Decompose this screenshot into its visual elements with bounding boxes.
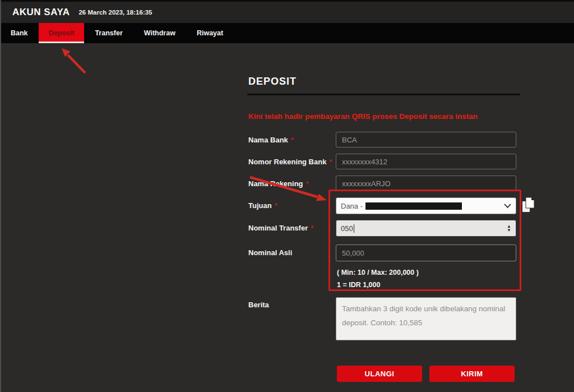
spinner-down-icon[interactable]: ▼ [507, 228, 511, 232]
nomor-rekening-input[interactable] [336, 154, 516, 169]
nama-bank-label-text: Nama Bank [248, 136, 288, 144]
nama-rekening-input[interactable] [336, 176, 516, 191]
required-asterisk: * [311, 224, 313, 232]
nominal-asli-label: Nominal Asli [248, 248, 292, 257]
tujuan-selected-value: Dana - [341, 202, 363, 210]
berita-label: Berita [248, 301, 269, 309]
required-asterisk: * [275, 201, 277, 210]
tab-riwayat[interactable]: Riwayat [186, 23, 234, 43]
text-cursor [354, 224, 355, 233]
qris-notice: Kini telah hadir pembayaran QRIS proses … [248, 112, 478, 121]
tab-withdraw[interactable]: Withdraw [133, 23, 186, 43]
redaction-bar [365, 202, 462, 210]
required-asterisk: * [306, 179, 309, 188]
required-asterisk: * [329, 158, 332, 166]
berita-label-text: Berita [248, 301, 269, 309]
header-bar: AKUN SAYA 26 March 2023, 18:16:35 [0, 2, 574, 23]
nominal-transfer-input[interactable]: 050 ▲ ▼ [336, 220, 516, 237]
deposit-heading: DEPOSIT [248, 76, 297, 87]
tujuan-label-text: Tujuan [248, 201, 272, 210]
kirim-button[interactable]: KIRIM [429, 366, 515, 382]
main-nav: Bank Deposit Transfer Withdraw Riwayat [0, 23, 574, 43]
copy-icon[interactable] [522, 197, 535, 214]
required-asterisk: * [291, 136, 294, 144]
nominal-asli-input[interactable] [336, 245, 516, 261]
current-datetime: 26 March 2023, 18:16:35 [78, 9, 152, 16]
nomor-rekening-label-text: Nomor Rekening Bank [248, 158, 326, 166]
min-max-hint: ( Min: 10 / Max: 200,000 ) [337, 269, 419, 276]
account-page: AKUN SAYA 26 March 2023, 18:16:35 Bank D… [0, 0, 574, 392]
nominal-transfer-value: 050 [341, 224, 353, 233]
tujuan-label: Tujuan* [248, 201, 277, 210]
nominal-asli-label-text: Nominal Asli [248, 248, 292, 257]
rate-hint: 1 = IDR 1,000 [337, 281, 380, 289]
tab-bank[interactable]: Bank [0, 23, 39, 43]
nominal-transfer-label: Nominal Transfer* [248, 224, 313, 232]
nama-bank-input[interactable] [336, 132, 516, 147]
nomor-rekening-label: Nomor Rekening Bank* [248, 158, 332, 166]
tab-deposit[interactable]: Deposit [39, 23, 85, 43]
tujuan-select[interactable]: Dana - [336, 197, 516, 214]
berita-textarea[interactable] [336, 297, 516, 340]
heading-divider [247, 94, 520, 95]
tab-transfer[interactable]: Transfer [84, 23, 133, 43]
page-title: AKUN SAYA [12, 7, 70, 18]
nama-bank-label: Nama Bank* [248, 136, 294, 144]
chevron-down-icon [504, 204, 511, 209]
ulangi-button[interactable]: ULANGI [337, 366, 422, 382]
nama-rekening-label: Nama Rekening* [248, 179, 309, 188]
number-spinner[interactable]: ▲ ▼ [507, 224, 511, 232]
nominal-transfer-label-text: Nominal Transfer [248, 224, 308, 232]
nama-rekening-label-text: Nama Rekening [248, 179, 303, 188]
